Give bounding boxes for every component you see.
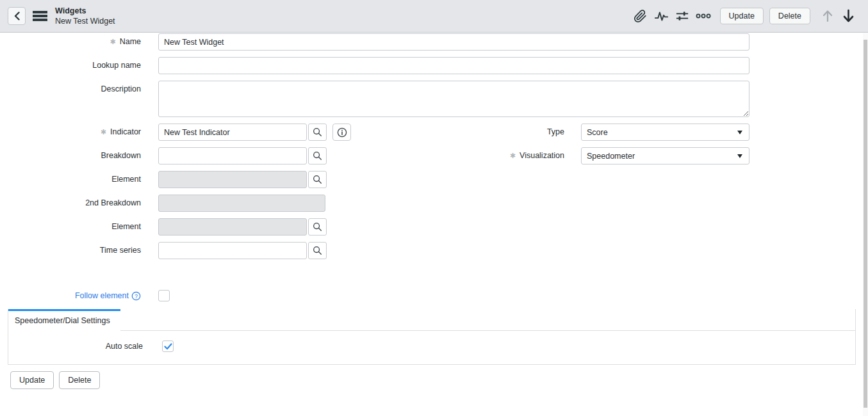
form-tabs-section: Speedometer/Dial Settings Auto scale: [8, 309, 856, 365]
field-row-time-series: Time series: [0, 242, 863, 259]
sliders-icon: [675, 10, 689, 22]
more-options-icon: [696, 13, 711, 19]
next-record-button[interactable]: [838, 6, 859, 27]
name-input[interactable]: [158, 33, 749, 51]
indicator-lookup-button[interactable]: [308, 124, 327, 141]
checkmark-icon: [164, 343, 172, 350]
time-series-label: Time series: [0, 242, 141, 255]
update-button-footer[interactable]: Update: [10, 371, 54, 389]
element-label: Element: [0, 171, 141, 184]
breakdown-input[interactable]: [158, 147, 307, 164]
field-row-follow-element: Follow element ?: [0, 290, 863, 301]
tab-strip-filler: [120, 309, 855, 331]
search-icon: [313, 246, 322, 255]
field-row-type: Type Score: [442, 124, 749, 141]
field-row-visualization: Visualization Speedometer: [442, 147, 749, 164]
personalize-form-button[interactable]: [672, 6, 693, 27]
indicator-preview-button[interactable]: [332, 124, 351, 141]
auto-scale-label: Auto scale: [8, 342, 143, 351]
description-textarea[interactable]: [158, 81, 749, 117]
field-row-auto-scale: Auto scale: [8, 340, 855, 352]
header-toolbar: Update Delete: [630, 6, 859, 27]
scrollbar-thumb[interactable]: [864, 40, 867, 408]
chevron-down-icon: [737, 154, 742, 158]
delete-button-header[interactable]: Delete: [769, 8, 810, 24]
help-icon[interactable]: ?: [131, 291, 141, 301]
vertical-scrollbar[interactable]: [863, 33, 868, 416]
second-breakdown-label: 2nd Breakdown: [0, 195, 141, 207]
tab-speedometer-dial-settings[interactable]: Speedometer/Dial Settings: [8, 309, 120, 331]
auto-scale-checkbox[interactable]: [162, 340, 174, 352]
paperclip-icon: [634, 10, 647, 23]
element2-input: [158, 218, 307, 236]
tab-strip: Speedometer/Dial Settings: [8, 309, 855, 331]
element-lookup-button[interactable]: [308, 171, 327, 188]
search-icon: [313, 151, 322, 161]
element-input: [158, 171, 307, 188]
form-header: Widgets New Test Widget: [0, 0, 868, 33]
type-select[interactable]: Score: [581, 124, 749, 141]
context-menu-icon[interactable]: [33, 10, 47, 23]
form-body: Name Lookup name Description Indicator: [0, 33, 863, 389]
indicator-label: Indicator: [0, 124, 141, 136]
indicator-input[interactable]: [158, 124, 307, 141]
search-icon: [313, 175, 322, 184]
visualization-label: Visualization: [442, 147, 564, 160]
field-row-element2: Element: [0, 218, 863, 236]
visualization-select[interactable]: Speedometer: [581, 147, 749, 164]
follow-element-checkbox[interactable]: [158, 290, 170, 301]
more-options-button[interactable]: [693, 6, 714, 27]
attachment-button[interactable]: [630, 6, 651, 27]
name-label: Name: [0, 33, 141, 46]
arrow-up-icon: [822, 10, 833, 22]
field-row-element: Element: [0, 171, 863, 188]
lookup-name-input[interactable]: [158, 57, 749, 74]
activity-stream-button[interactable]: [651, 6, 672, 27]
time-series-lookup-button[interactable]: [308, 242, 327, 259]
lookup-name-label: Lookup name: [0, 57, 141, 70]
follow-element-link[interactable]: Follow element ?: [0, 291, 141, 301]
type-selected-value: Score: [587, 128, 608, 137]
two-column-section: Indicator: [0, 124, 863, 259]
breakdown-label: Breakdown: [0, 147, 141, 160]
field-row-second-breakdown: 2nd Breakdown: [0, 195, 863, 212]
tab-content: Auto scale: [8, 331, 855, 364]
form-footer: Update Delete: [10, 371, 863, 389]
search-icon: [313, 127, 322, 137]
field-row-name: Name: [0, 33, 863, 51]
activity-pulse-icon: [654, 10, 669, 23]
info-icon: [337, 127, 347, 138]
follow-element-label: Follow element: [75, 291, 129, 300]
element2-label: Element: [0, 218, 141, 231]
element2-lookup-button[interactable]: [308, 218, 327, 236]
field-row-lookup-name: Lookup name: [0, 57, 863, 74]
search-icon: [313, 222, 322, 232]
arrow-down-icon: [842, 9, 855, 23]
back-button[interactable]: [8, 7, 26, 25]
breakdown-lookup-button[interactable]: [308, 147, 327, 164]
type-label: Type: [442, 124, 564, 136]
chevron-left-icon: [14, 12, 20, 20]
previous-record-button[interactable]: [817, 6, 838, 27]
list-title: Widgets: [55, 6, 115, 16]
record-title: New Test Widget: [55, 16, 115, 26]
delete-button-footer[interactable]: Delete: [59, 371, 100, 389]
description-label: Description: [0, 81, 141, 93]
update-button-header[interactable]: Update: [720, 8, 764, 24]
field-row-description: Description: [0, 81, 863, 117]
visualization-selected-value: Speedometer: [587, 152, 635, 161]
chevron-down-icon: [737, 131, 742, 134]
right-column: Type Score Visualization Speedometer: [442, 124, 749, 171]
form-title: Widgets New Test Widget: [55, 6, 115, 27]
svg-text:?: ?: [135, 292, 138, 299]
second-breakdown-input: [158, 195, 325, 212]
time-series-input[interactable]: [158, 242, 307, 259]
widget-form-page: Widgets New Test Widget: [0, 0, 868, 416]
record-navigation: [817, 6, 859, 27]
